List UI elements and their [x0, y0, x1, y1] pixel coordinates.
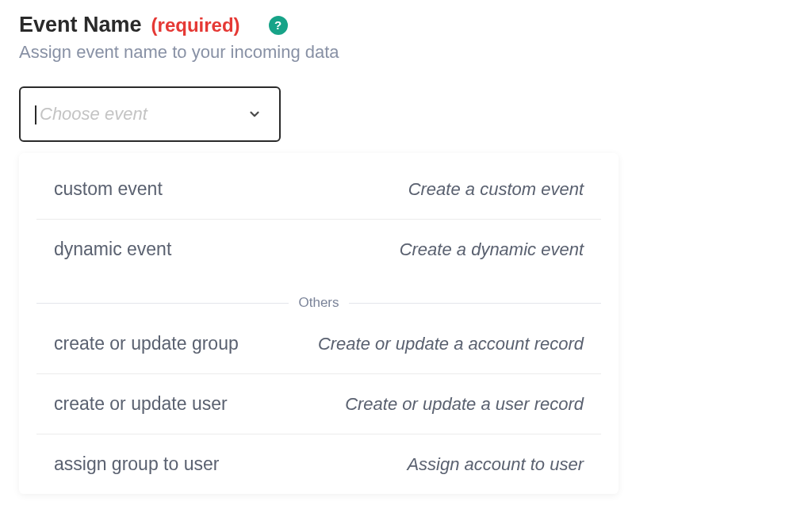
option-description: Create a custom event — [408, 179, 584, 200]
option-description: Assign account to user — [407, 454, 584, 475]
field-title: Event Name — [19, 13, 142, 37]
option-name: create or update user — [54, 393, 228, 415]
divider-line — [349, 303, 601, 304]
option-name: create or update group — [54, 333, 239, 354]
section-divider: Others — [36, 295, 601, 311]
event-select[interactable]: Choose event — [19, 86, 281, 142]
required-label: (required) — [151, 14, 240, 36]
select-placeholder-text: Choose event — [40, 104, 147, 124]
help-icon[interactable]: ? — [269, 16, 288, 35]
dropdown-option-create-update-user[interactable]: create or update user Create or update a… — [36, 374, 601, 434]
dropdown-option-custom-event[interactable]: custom event Create a custom event — [36, 159, 601, 220]
option-description: Create a dynamic event — [400, 239, 584, 260]
option-description: Create or update a account record — [318, 334, 584, 354]
option-name: assign group to user — [54, 454, 219, 475]
dropdown-option-create-update-group[interactable]: create or update group Create or update … — [36, 314, 601, 374]
select-placeholder: Choose event — [40, 104, 147, 124]
option-name: custom event — [54, 178, 163, 200]
field-subtitle: Assign event name to your incoming data — [19, 42, 793, 63]
section-label: Others — [298, 295, 339, 311]
text-cursor — [35, 105, 36, 124]
option-description: Create or update a user record — [345, 394, 584, 415]
field-header: Event Name (required) ? — [19, 13, 793, 37]
option-name: dynamic event — [54, 239, 171, 260]
dropdown-option-assign-group-to-user[interactable]: assign group to user Assign account to u… — [36, 434, 601, 494]
dropdown-option-dynamic-event[interactable]: dynamic event Create a dynamic event — [36, 220, 601, 279]
event-dropdown: custom event Create a custom event dynam… — [19, 153, 619, 494]
chevron-down-icon — [247, 107, 262, 121]
divider-line — [36, 303, 289, 304]
